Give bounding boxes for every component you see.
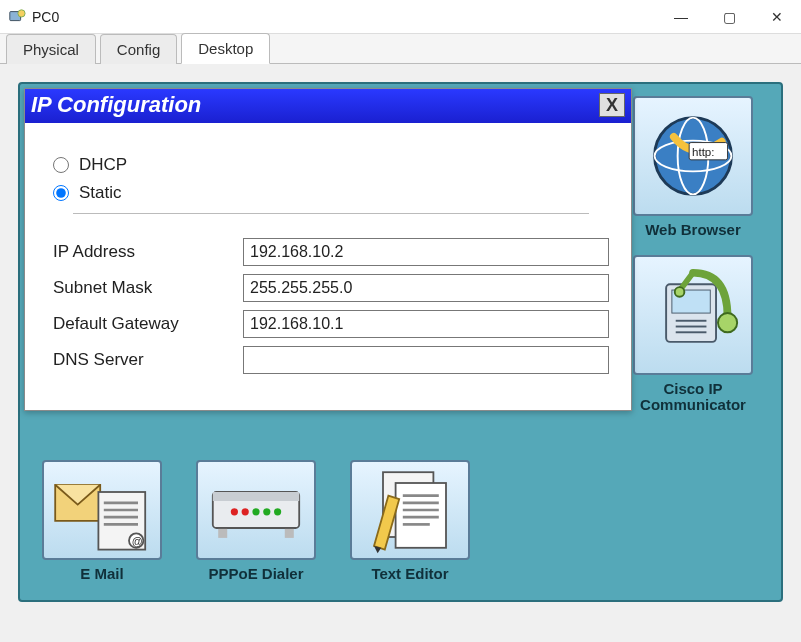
modem-icon [196, 460, 316, 560]
divider [73, 213, 589, 214]
close-window-button[interactable]: ✕ [753, 0, 801, 34]
static-radio[interactable] [53, 185, 69, 201]
app-pppoe-label: PPPoE Dialer [208, 566, 303, 583]
globe-icon: http: [633, 96, 753, 216]
minimize-button[interactable]: — [657, 0, 705, 34]
gateway-input[interactable] [243, 310, 609, 338]
svg-point-25 [242, 508, 249, 515]
desktop-panel: IP Configuration X DHCP Static [18, 82, 783, 602]
svg-text:http:: http: [692, 146, 714, 158]
bottom-app-row: @ E Mail [42, 460, 470, 583]
titlebar: PC0 — ▢ ✕ [0, 0, 801, 34]
window-title: PC0 [32, 9, 59, 25]
text-editor-icon [350, 460, 470, 560]
ip-config-header: IP Configuration X [25, 89, 631, 123]
svg-point-24 [231, 508, 238, 515]
svg-text:@: @ [132, 535, 143, 547]
ip-mode-group: DHCP Static [53, 155, 609, 203]
static-label: Static [79, 183, 122, 203]
app-web-browser-label: Web Browser [645, 222, 741, 239]
envelope-icon: @ [42, 460, 162, 560]
ip-config-title: IP Configuration [31, 92, 201, 118]
svg-rect-29 [218, 528, 227, 537]
svg-point-1 [18, 9, 25, 16]
app-text-editor-label: Text Editor [371, 566, 448, 583]
tab-config[interactable]: Config [100, 34, 177, 64]
svg-point-27 [263, 508, 270, 515]
app-web-browser[interactable]: http: Web Browser [633, 96, 753, 239]
svg-rect-30 [285, 528, 294, 537]
dns-input[interactable] [243, 346, 609, 374]
svg-rect-32 [396, 483, 446, 548]
right-app-column: http: Web Browser [623, 96, 763, 414]
ip-config-close-button[interactable]: X [599, 93, 625, 117]
app-text-editor[interactable]: Text Editor [350, 460, 470, 583]
ip-config-dialog: IP Configuration X DHCP Static [24, 88, 632, 411]
app-cisco-ip-label: Cisco IP Communicator [623, 381, 763, 414]
svg-rect-23 [213, 492, 299, 501]
tab-physical[interactable]: Physical [6, 34, 96, 64]
ip-address-label: IP Address [53, 242, 243, 262]
dhcp-label: DHCP [79, 155, 127, 175]
app-pppoe[interactable]: PPPoE Dialer [196, 460, 316, 583]
tab-bar: Physical Config Desktop [0, 34, 801, 64]
app-icon [8, 8, 26, 26]
app-cisco-ip[interactable]: Cisco IP Communicator [623, 255, 763, 414]
gateway-label: Default Gateway [53, 314, 243, 334]
dhcp-radio[interactable] [53, 157, 69, 173]
ip-config-body: DHCP Static IP Address Subnet Mask [25, 123, 631, 410]
subnet-mask-label: Subnet Mask [53, 278, 243, 298]
content-area: IP Configuration X DHCP Static [0, 64, 801, 620]
svg-point-13 [675, 287, 685, 297]
app-email-label: E Mail [80, 566, 123, 583]
app-email[interactable]: @ E Mail [42, 460, 162, 583]
headset-icon [633, 255, 753, 375]
subnet-mask-input[interactable] [243, 274, 609, 302]
ip-address-input[interactable] [243, 238, 609, 266]
svg-point-26 [252, 508, 259, 515]
dns-label: DNS Server [53, 350, 243, 370]
tab-desktop[interactable]: Desktop [181, 33, 270, 64]
svg-point-28 [274, 508, 281, 515]
svg-point-12 [718, 313, 737, 332]
maximize-button[interactable]: ▢ [705, 0, 753, 34]
